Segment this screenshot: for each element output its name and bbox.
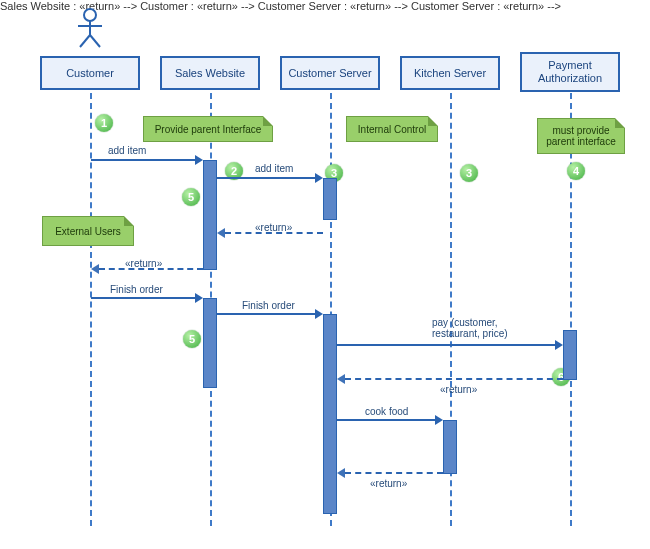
sequence-diagram: Customer Sales Website Customer Server K… (0, 0, 650, 549)
note-fold-icon (428, 116, 438, 126)
arrow-label-pay: pay (customer, restaurant, price) (432, 317, 542, 339)
lifeline-head-payment-auth: Payment Authorization (520, 52, 620, 92)
note-internal-control: Internal Control (346, 116, 438, 142)
note-fold-icon (263, 116, 273, 126)
note-text: Provide parent Interface (155, 124, 262, 135)
arrow-label-add-item-2: add item (255, 163, 293, 174)
svg-point-0 (84, 9, 96, 21)
note-text: Internal Control (358, 124, 426, 135)
lifeline-head-kitchen-server: Kitchen Server (400, 56, 500, 90)
arrow-label-finish-2: Finish order (242, 300, 295, 311)
lifeline-label: Sales Website (175, 67, 245, 80)
note-external-users: External Users (42, 216, 134, 246)
badge-1: 1 (95, 114, 113, 132)
activation-kitchen (443, 420, 457, 474)
lifeline-label: Payment Authorization (526, 59, 614, 84)
activation-cust-server-2 (323, 314, 337, 514)
lifeline-label: Customer Server (288, 67, 371, 80)
arrow-label-return-1: «return» (255, 222, 292, 233)
activation-payment (563, 330, 577, 380)
badge-3b: 3 (460, 164, 478, 182)
arrow-label-return-3: «return» (440, 384, 477, 395)
arrow-label-return-2: «return» (125, 258, 162, 269)
badge-5b: 5 (183, 330, 201, 348)
badge-5a: 5 (182, 188, 200, 206)
lifeline-head-sales-website: Sales Website (160, 56, 260, 90)
actor-icon (76, 8, 104, 48)
activation-sales-1 (203, 160, 217, 270)
activation-cust-server-1 (323, 178, 337, 220)
note-text: must provide parent interface (544, 125, 618, 147)
note-text: External Users (55, 226, 121, 237)
arrow-label-cook: cook food (365, 406, 408, 417)
lifeline-head-customer: Customer (40, 56, 140, 90)
note-fold-icon (615, 118, 625, 128)
arrow-label-return-4: «return» (370, 478, 407, 489)
note-parent-interface: Provide parent Interface (143, 116, 273, 142)
arrow-label-add-item-1: add item (108, 145, 146, 156)
badge-4: 4 (567, 162, 585, 180)
arrow-label-finish-1: Finish order (110, 284, 163, 295)
lifeline-label: Customer (66, 67, 114, 80)
lifeline-head-customer-server: Customer Server (280, 56, 380, 90)
lifeline-label: Kitchen Server (414, 67, 486, 80)
lifeline-payment-auth (570, 93, 572, 526)
note-must-provide: must provide parent interface (537, 118, 625, 154)
note-fold-icon (124, 216, 134, 226)
svg-line-4 (90, 35, 100, 47)
activation-sales-2 (203, 298, 217, 388)
lifeline-customer (90, 93, 92, 526)
svg-line-3 (80, 35, 90, 47)
